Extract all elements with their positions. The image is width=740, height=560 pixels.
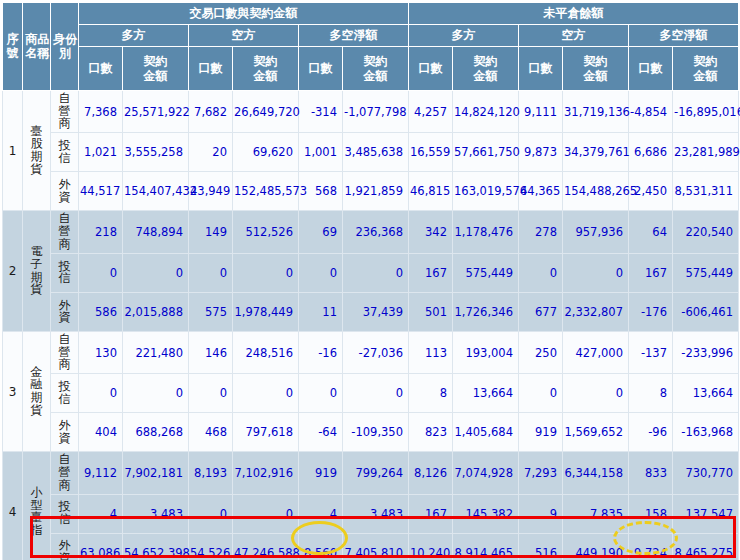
header-section-open-interest: 未平倉餘額 xyxy=(409,3,739,25)
value-cell: 2,015,888 xyxy=(123,292,189,331)
value-cell: -163,968 xyxy=(673,413,739,452)
identity-cell: 自營商 xyxy=(51,331,79,373)
value-cell: 7,102,916 xyxy=(233,452,299,494)
value-cell: 13,664 xyxy=(453,374,519,413)
data-row-4-1: 4小型臺指自營商9,1127,902,1818,1937,102,9169197… xyxy=(3,452,739,494)
value-cell: 1,978,449 xyxy=(233,292,299,331)
futures-institutional-report-page: 序號 商品名稱 身份別 交易口數與契約金額 未平倉餘額 多方 空方 多空淨額 多… xyxy=(0,0,740,560)
data-row-4-3: 外資63,08654,652,39854,52647,246,5888,5607… xyxy=(3,533,739,560)
value-cell: 54,652,398 xyxy=(123,533,189,560)
value-cell: 236,368 xyxy=(343,211,409,253)
value-cell: 0 xyxy=(233,253,299,292)
product-name-cell-text: 小型臺指 xyxy=(30,486,43,537)
value-cell: 13,664 xyxy=(673,374,739,413)
value-cell: 0 xyxy=(189,494,233,533)
value-cell: -96 xyxy=(629,413,673,452)
data-row-2-1: 2電子期貨自營商218748,894149512,52669236,368342… xyxy=(3,211,739,253)
data-row-1-1: 1臺股期貨自營商7,36825,571,9227,68226,649,720-3… xyxy=(3,91,739,133)
header-row-sides: 多方 空方 多空淨額 多方 空方 多空淨額 xyxy=(3,25,739,47)
value-cell: 3,555,258 xyxy=(123,133,189,172)
value-cell: 0 xyxy=(519,374,563,413)
value-cell: 8,914,465 xyxy=(453,533,519,560)
header-lots: 口數 xyxy=(79,47,123,91)
value-cell: 43,949 xyxy=(189,172,233,211)
value-cell: 8 xyxy=(409,374,453,413)
value-cell: 1,021 xyxy=(79,133,123,172)
header-trade-net: 多空淨額 xyxy=(299,25,409,47)
header-oi-short: 空方 xyxy=(519,25,629,47)
value-cell: 823 xyxy=(409,413,453,452)
value-cell: -64 xyxy=(299,413,343,452)
value-cell: 44,365 xyxy=(519,172,563,211)
header-product-label: 商品名稱 xyxy=(24,33,50,61)
value-cell: 1,178,476 xyxy=(453,211,519,253)
value-cell: 130 xyxy=(79,331,123,373)
header-serial: 序號 xyxy=(3,3,23,91)
value-cell: 0 xyxy=(79,253,123,292)
value-cell: 919 xyxy=(519,413,563,452)
value-cell: 1,726,346 xyxy=(453,292,519,331)
value-cell: 6,686 xyxy=(629,133,673,172)
value-cell: 449,190 xyxy=(563,533,629,560)
value-cell: 575 xyxy=(189,292,233,331)
value-cell: 37,439 xyxy=(343,292,409,331)
value-cell: 1,569,652 xyxy=(563,413,629,452)
value-cell: 3,483 xyxy=(343,494,409,533)
identity-cell-text: 投信 xyxy=(58,500,71,525)
value-cell: 516 xyxy=(519,533,563,560)
value-cell: 16,559 xyxy=(409,133,453,172)
identity-cell-text: 投信 xyxy=(58,139,71,164)
value-cell: 7,293 xyxy=(519,452,563,494)
value-cell: 0 xyxy=(123,374,189,413)
identity-cell-text: 投信 xyxy=(58,260,71,285)
header-amount: 契約金額 xyxy=(233,47,299,91)
header-amount-label: 契約金額 xyxy=(252,54,280,83)
value-cell: 218 xyxy=(79,211,123,253)
value-cell: 163,019,576 xyxy=(453,172,519,211)
data-row-2-2: 投信000000167575,44900167575,449 xyxy=(3,253,739,292)
value-cell: 152,485,573 xyxy=(233,172,299,211)
value-cell: 26,649,720 xyxy=(233,91,299,133)
value-cell: 113 xyxy=(409,331,453,373)
serial-cell: 1 xyxy=(3,91,23,211)
value-cell: 4,257 xyxy=(409,91,453,133)
serial-cell: 4 xyxy=(3,452,23,560)
value-cell: 193,004 xyxy=(453,331,519,373)
value-cell: 11 xyxy=(299,292,343,331)
header-amount-label: 契約金額 xyxy=(692,54,720,83)
value-cell: 7,405,810 xyxy=(343,533,409,560)
value-cell: 154,488,265 xyxy=(563,172,629,211)
value-cell: 0 xyxy=(519,253,563,292)
header-row-sections: 序號 商品名稱 身份別 交易口數與契約金額 未平倉餘額 xyxy=(3,3,739,25)
value-cell: -606,461 xyxy=(673,292,739,331)
serial-cell: 3 xyxy=(3,331,23,451)
value-cell: 501 xyxy=(409,292,453,331)
product-name-cell-text: 電子期貨 xyxy=(30,245,43,296)
identity-cell-text: 外資 xyxy=(58,419,71,444)
product-name-cell-text: 臺股期貨 xyxy=(30,125,43,176)
product-name-cell-text: 金融期貨 xyxy=(30,366,43,417)
value-cell: 0 xyxy=(233,374,299,413)
value-cell: 575,449 xyxy=(453,253,519,292)
value-cell: -27,036 xyxy=(343,331,409,373)
header-amount-label: 契約金額 xyxy=(472,54,500,83)
value-cell: 10,240 xyxy=(409,533,453,560)
value-cell: 0 xyxy=(79,374,123,413)
value-cell: 8,560 xyxy=(299,533,343,560)
value-cell: 9 xyxy=(519,494,563,533)
value-cell: 0 xyxy=(343,374,409,413)
identity-cell-text: 投信 xyxy=(58,380,71,405)
value-cell: 278 xyxy=(519,211,563,253)
header-section-trade-volume: 交易口數與契約金額 xyxy=(79,3,409,25)
value-cell: 220,540 xyxy=(673,211,739,253)
header-amount: 契約金額 xyxy=(453,47,519,91)
value-cell: 221,480 xyxy=(123,331,189,373)
product-name-cell: 電子期貨 xyxy=(23,211,51,331)
value-cell: 2,332,807 xyxy=(563,292,629,331)
header-amount-label: 契約金額 xyxy=(362,54,390,83)
value-cell: -109,350 xyxy=(343,413,409,452)
value-cell: 20 xyxy=(189,133,233,172)
identity-cell-text: 外資 xyxy=(58,178,71,203)
value-cell: 0 xyxy=(563,253,629,292)
value-cell: 3,485,638 xyxy=(343,133,409,172)
